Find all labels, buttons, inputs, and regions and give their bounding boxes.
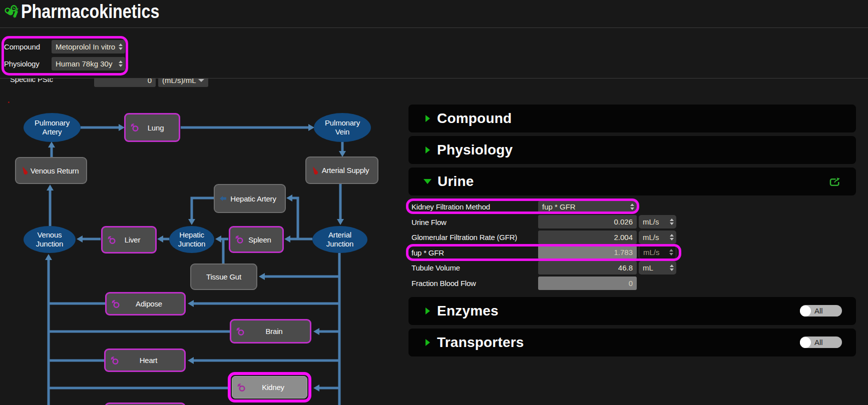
panel-title: Enzymes [437, 303, 499, 319]
gfr-unit-select[interactable]: mL/s [639, 230, 676, 244]
spinner-down-icon [119, 48, 123, 50]
spinner-down-icon [670, 268, 674, 271]
compound-select-spinner-icon[interactable] [116, 44, 125, 50]
node-tissue-gut[interactable]: Tissue Gut [190, 264, 257, 290]
panel-compound-header[interactable]: Compound [408, 104, 856, 132]
param-label-tubule-volume: Tubule Volume [411, 261, 460, 274]
node-lung[interactable]: Lung [124, 113, 180, 142]
physiology-select-value: Human 78kg 30y [52, 60, 116, 68]
header-divider [0, 28, 868, 28]
spinner-up-icon [119, 44, 123, 46]
panel-urine-header[interactable]: Urine [408, 168, 856, 196]
param-label-fraction-blood-flow: Fraction Blood Flow [411, 276, 476, 290]
physiology-select-spinner-icon[interactable] [116, 60, 125, 67]
spinner-down-icon [669, 253, 673, 256]
specific-pstc-label: Specific PStc [10, 78, 53, 86]
node-label: Kidney [262, 383, 284, 392]
node-kidney-highlight-ring: Kidney [228, 372, 311, 402]
node-label: Venous Return [31, 166, 79, 175]
node-partial-bottom[interactable] [105, 402, 186, 405]
node-label: Hepatic Junction [175, 230, 208, 248]
retort-flask-icon [111, 356, 119, 364]
pills-syringe-icon [2, 1, 22, 21]
node-arterial-junction[interactable]: Arterial Junction [312, 226, 367, 253]
kidney-filtration-method-value: fup * GFR [538, 202, 628, 211]
param-label-gfr: Glomerular Filtration Rate (GFR) [411, 230, 517, 244]
node-label: Pulmonary Artery [32, 118, 72, 136]
param-label-urine-flow: Urine Flow [411, 216, 447, 229]
unit-value: mL/s [639, 218, 667, 226]
unit-spinner-icon[interactable] [667, 234, 676, 240]
node-heart[interactable]: Heart [104, 348, 186, 372]
node-label: Heart [140, 356, 158, 364]
unit-spinner-icon[interactable] [667, 264, 676, 271]
compound-select[interactable]: Metoprolol In vitro [52, 40, 125, 54]
spinner-down-icon [670, 238, 674, 240]
node-liver[interactable]: Liver [101, 226, 157, 254]
node-kidney[interactable]: Kidney [232, 376, 307, 398]
fup-gfr-unit-select: mL/s [639, 246, 676, 259]
urine-flow-unit-select[interactable]: mL/s [639, 215, 676, 228]
node-venous-return[interactable]: Venous Return [15, 157, 87, 184]
node-label: Tissue Gut [206, 272, 241, 281]
node-brain[interactable]: Brain [230, 319, 311, 344]
kidney-filtration-method-select[interactable]: fup * GFR [538, 201, 637, 212]
retort-flask-icon [235, 236, 244, 244]
panel-transporters-header[interactable]: Transporters All [408, 328, 856, 356]
node-label: Liver [125, 236, 141, 244]
pharmacokinetics-app: Pharmacokinetics Compound Metoprolol In … [0, 0, 868, 405]
red-dot-marker [8, 102, 10, 103]
toggle-knob [800, 306, 811, 316]
node-pulmonary-vein[interactable]: Pulmonary Vein [314, 113, 371, 142]
spinner-down-icon [630, 208, 634, 210]
fraction-blood-flow-input: 0 [538, 276, 637, 290]
clipped-parameter-row: Specific PStc 0 (mL/s)/mL [0, 78, 300, 94]
tubule-volume-input[interactable]: 46.8 [538, 261, 637, 274]
unit-spinner-icon [667, 249, 676, 256]
gfr-input[interactable]: 2.004 [538, 230, 637, 244]
select-spinner-icon[interactable] [628, 204, 637, 210]
node-spleen[interactable]: Spleen [229, 226, 284, 253]
expander-collapsed-icon [425, 146, 430, 154]
physiology-select[interactable]: Human 78kg 30y [52, 57, 125, 70]
node-label: Adipose [136, 300, 162, 308]
toggle-label: All [814, 338, 823, 346]
specific-pstc-input[interactable]: 0 [94, 78, 156, 87]
node-arterial-supply[interactable]: Arterial Supply [305, 156, 378, 184]
transporters-all-toggle[interactable]: All [800, 336, 842, 348]
tubule-volume-unit-select[interactable]: mL [639, 261, 676, 274]
node-label: Hepatic Artery [230, 194, 276, 203]
toggle-label: All [814, 306, 823, 315]
param-label-kidney-filtration-method: Kidney Filtration Method [411, 200, 490, 214]
unit-value: mL [639, 264, 667, 272]
param-label-fup-gfr: fup * GFR [411, 246, 444, 260]
urine-flow-input[interactable]: 0.026 [538, 215, 637, 228]
node-adipose[interactable]: Adipose [105, 292, 186, 316]
expander-collapsed-icon [425, 115, 430, 122]
node-hepatic-artery[interactable]: Hepatic Artery [214, 184, 286, 213]
spinner-up-icon [670, 234, 674, 236]
enzymes-all-toggle[interactable]: All [800, 305, 842, 316]
node-venous-junction[interactable]: Venous Junction [24, 226, 76, 253]
unit-value: mL/s [639, 233, 667, 242]
panel-physiology-header[interactable]: Physiology [408, 136, 856, 164]
expander-expanded-icon [423, 179, 431, 184]
panel-title: Physiology [437, 142, 513, 158]
specific-pstc-unit-value: (mL/s)/mL [158, 78, 198, 84]
node-label: Lung [148, 124, 164, 132]
spinner-up-icon [669, 249, 673, 252]
panel-enzymes-header[interactable]: Enzymes All [408, 297, 856, 325]
retort-flask-icon [112, 300, 120, 308]
retort-flask-icon [131, 124, 139, 132]
spinner-up-icon [119, 60, 123, 63]
node-hepatic-junction[interactable]: Hepatic Junction [169, 226, 214, 253]
node-pulmonary-artery[interactable]: Pulmonary Artery [24, 113, 81, 142]
retort-flask-icon [108, 236, 116, 244]
node-label: Pulmonary Vein [322, 118, 362, 136]
unit-spinner-icon[interactable] [667, 218, 676, 225]
specific-pstc-unit-select[interactable]: (mL/s)/mL [158, 78, 208, 87]
node-label: Venous Junction [32, 230, 67, 248]
open-plot-icon[interactable] [829, 177, 841, 186]
unit-value: mL/s [639, 248, 667, 256]
red-pen-icon [21, 166, 29, 175]
